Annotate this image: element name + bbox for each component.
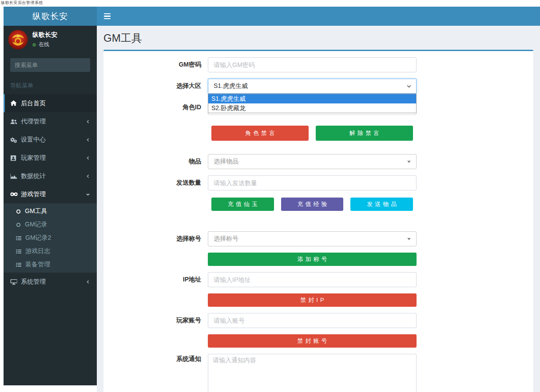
online-dot-icon bbox=[32, 43, 36, 47]
user-status: 在线 bbox=[32, 41, 57, 48]
sidebar-item-agents[interactable]: 代理管理 bbox=[4, 112, 97, 131]
sidebar-item-game-management[interactable]: 游戏管理 bbox=[4, 185, 97, 203]
item-select-placeholder: 选择物品 bbox=[214, 158, 238, 166]
ban-ip-button[interactable]: 禁封IP bbox=[208, 293, 417, 307]
title-select[interactable]: 选择称号 bbox=[208, 231, 417, 246]
dropdown-arrow-icon bbox=[407, 161, 411, 163]
sidebar-item-players[interactable]: 玩家管理 bbox=[4, 149, 97, 167]
sidebar-search-form bbox=[10, 58, 90, 72]
gamepad-icon bbox=[10, 191, 21, 197]
region-select-value: S1.虎虎生威 bbox=[214, 82, 248, 90]
chevron-left-icon bbox=[86, 174, 90, 178]
dropdown-arrow-icon bbox=[407, 238, 411, 240]
desktop-icon bbox=[10, 279, 21, 285]
region-option-s2[interactable]: S2.卧虎藏龙 bbox=[208, 103, 416, 113]
page-top-clipped-text: 纵歌长安后台管理系统 bbox=[1, 0, 43, 6]
chevron-left-icon bbox=[86, 119, 90, 124]
account-label: 玩家账号 bbox=[103, 313, 208, 328]
home-icon bbox=[10, 100, 21, 107]
sidebar-item-label: 数据统计 bbox=[21, 172, 46, 180]
sidebar-item-label: 代理管理 bbox=[21, 118, 46, 126]
send-item-button[interactable]: 发送物品 bbox=[350, 198, 413, 211]
sidebar-subitem-gm-tool[interactable]: GM工具 bbox=[4, 205, 97, 218]
top-navbar bbox=[97, 7, 540, 26]
sidebar-subitem-game-log[interactable]: 游戏日志 bbox=[4, 245, 97, 258]
list-icon bbox=[16, 262, 21, 267]
title-select-label: 选择称号 bbox=[103, 231, 208, 246]
id-card-icon bbox=[10, 155, 21, 161]
chevron-left-icon bbox=[86, 156, 90, 160]
sidebar: 纵歌长安 在线 导航菜单 bbox=[4, 26, 97, 385]
notice-label: 系统通知 bbox=[103, 354, 208, 392]
gm-tool-panel: GM密码 选择大区 S1.虎虎生威 bbox=[103, 50, 533, 392]
user-name: 纵歌长安 bbox=[32, 31, 57, 39]
send-count-label: 发送数量 bbox=[103, 175, 208, 190]
search-input[interactable] bbox=[10, 58, 90, 72]
circle-outline-icon bbox=[16, 222, 21, 227]
region-label: 选择大区 bbox=[103, 79, 208, 94]
sidebar-item-label: 设置中心 bbox=[21, 136, 46, 144]
notice-textarea[interactable] bbox=[208, 354, 417, 392]
game-logo-emblem bbox=[8, 30, 28, 50]
chevron-left-icon bbox=[86, 280, 90, 284]
sidebar-subitem-label: 装备管理 bbox=[25, 261, 50, 269]
region-select-dropdown: S1.虎虎生威 S2.卧虎藏龙 bbox=[208, 94, 417, 113]
mute-role-button[interactable]: 角色禁言 bbox=[211, 126, 309, 141]
gm-password-label: GM密码 bbox=[103, 57, 208, 72]
add-title-button[interactable]: 添加称号 bbox=[208, 253, 417, 266]
brand-logo[interactable]: 纵歌长安 bbox=[4, 7, 97, 26]
ip-label: IP地址 bbox=[103, 272, 208, 287]
sidebar-item-label: 后台首页 bbox=[21, 99, 46, 107]
chart-area-icon bbox=[10, 173, 21, 179]
menu-section-label: 导航菜单 bbox=[4, 76, 97, 94]
list-icon bbox=[16, 249, 21, 254]
sidebar-item-statistics[interactable]: 数据统计 bbox=[4, 167, 97, 185]
sidebar-item-dashboard[interactable]: 后台首页 bbox=[4, 94, 97, 112]
region-select[interactable]: S1.虎虎生威 bbox=[208, 79, 417, 94]
page-title: GM工具 bbox=[103, 31, 533, 45]
sidebar-subitem-label: GM记录 bbox=[25, 221, 48, 229]
title-select-placeholder: 选择称号 bbox=[214, 235, 238, 243]
sidebar-subitem-gm-record[interactable]: GM记录 bbox=[4, 218, 97, 231]
sidebar-item-settings[interactable]: 设置中心 bbox=[4, 131, 97, 149]
menu-bars-icon bbox=[104, 16, 111, 16]
send-count-input[interactable] bbox=[208, 175, 417, 190]
role-id-label: 角色ID bbox=[103, 100, 208, 115]
recharge-exp-button[interactable]: 充值经验 bbox=[281, 198, 344, 211]
gm-password-input[interactable] bbox=[208, 57, 417, 72]
main-header: 纵歌长安 bbox=[4, 7, 540, 26]
sidebar-item-label: 游戏管理 bbox=[21, 190, 46, 198]
list-icon bbox=[16, 236, 21, 241]
sidebar-subitem-label: 游戏日志 bbox=[25, 247, 50, 255]
sidebar-subitem-equipment[interactable]: 装备管理 bbox=[4, 258, 97, 271]
app-wrapper: 纵歌长安 bbox=[4, 7, 540, 392]
game-management-submenu: GM工具 GM记录 GM记录2 bbox=[4, 203, 97, 273]
brand-title: 纵歌长安 bbox=[32, 11, 68, 22]
content-area: GM工具 GM密码 选择大区 S1.虎虎生威 bbox=[97, 26, 540, 392]
user-panel: 纵歌长安 在线 bbox=[4, 26, 97, 54]
sidebar-toggle-button[interactable] bbox=[97, 7, 117, 26]
sidebar-subitem-gm-record2[interactable]: GM记录2 bbox=[4, 231, 97, 245]
chevron-down-icon bbox=[86, 192, 90, 197]
sidebar-item-label: 玩家管理 bbox=[21, 154, 46, 162]
sidebar-subitem-label: GM工具 bbox=[25, 207, 48, 215]
region-option-s1[interactable]: S1.虎虎生威 bbox=[208, 94, 416, 103]
chevron-down-icon bbox=[406, 83, 412, 89]
item-select[interactable]: 选择物品 bbox=[208, 154, 417, 169]
unmute-role-button[interactable]: 解除禁言 bbox=[316, 126, 413, 141]
menu-bars-icon bbox=[104, 18, 111, 19]
chevron-left-icon bbox=[86, 138, 90, 142]
account-input[interactable] bbox=[208, 313, 417, 328]
sidebar-subitem-label: GM记录2 bbox=[25, 234, 51, 242]
sidebar-item-label: 系统管理 bbox=[21, 278, 46, 286]
circle-outline-icon bbox=[16, 209, 21, 214]
recharge-jade-button[interactable]: 充值仙玉 bbox=[211, 198, 274, 211]
gears-icon bbox=[10, 137, 21, 143]
item-label: 物品 bbox=[103, 154, 208, 169]
users-icon bbox=[10, 119, 21, 125]
ip-input[interactable] bbox=[208, 272, 417, 287]
menu-bars-icon bbox=[104, 13, 111, 14]
sidebar-item-system[interactable]: 系统管理 bbox=[4, 273, 97, 291]
online-status-label: 在线 bbox=[39, 41, 49, 48]
ban-account-button[interactable]: 禁封账号 bbox=[208, 334, 417, 348]
